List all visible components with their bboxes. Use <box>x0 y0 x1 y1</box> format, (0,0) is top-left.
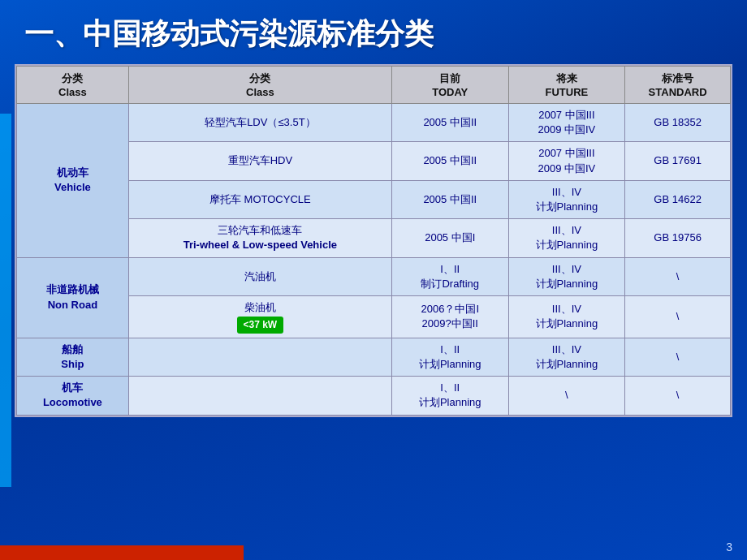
left-accent <box>0 114 11 487</box>
future-triwheel: III、IV计划Planning <box>508 219 625 257</box>
future-hdv: 2007 中国III2009 中国IV <box>508 142 625 180</box>
standard-hdv: GB 17691 <box>625 142 731 180</box>
table-row: 船舶Ship I、II计划Planning III、IV计划Planning \ <box>17 338 731 376</box>
standard-motorcycle: GB 14622 <box>625 180 731 218</box>
standard-triwheel: GB 19756 <box>625 219 731 257</box>
future-ship: III、IV计划Planning <box>508 338 625 376</box>
item-motorcycle: 摩托车 MOTOCYCLE <box>128 180 391 218</box>
today-ldv: 2005 中国II <box>391 104 508 142</box>
today-motorcycle: 2005 中国II <box>391 180 508 218</box>
future-gasoline: III、IV计划Planning <box>508 257 625 295</box>
today-diesel: 2006？中国I2009?中国II <box>391 295 508 338</box>
item-hdv: 重型汽车HDV <box>128 142 391 180</box>
standard-gasoline: \ <box>625 257 731 295</box>
main-table-container: 分类Class 分类Class 目前TODAY 将来FUTURE 标准号STAN… <box>15 64 732 417</box>
item-diesel: 柴油机<37 kW <box>128 295 391 338</box>
today-ship: I、II计划Planning <box>391 338 508 376</box>
category-nonroad: 非道路机械Non Road <box>17 257 129 338</box>
header-col5: 标准号STANDARD <box>625 67 731 104</box>
future-motorcycle: III、IV计划Planning <box>508 180 625 218</box>
today-triwheel: 2005 中国I <box>391 219 508 257</box>
header-col1: 分类Class <box>17 67 129 104</box>
header-col4: 将来FUTURE <box>508 67 625 104</box>
standard-locomotive: \ <box>625 377 731 415</box>
bottom-bar <box>0 545 244 560</box>
standard-diesel: \ <box>625 295 731 338</box>
item-ldv: 轻型汽车LDV（≤3.5T） <box>128 104 391 142</box>
standard-ship: \ <box>625 338 731 376</box>
future-diesel: III、IV计划Planning <box>508 295 625 338</box>
future-locomotive: \ <box>508 377 625 415</box>
item-locomotive <box>128 377 391 415</box>
table-row: 非道路机械Non Road 汽油机 I、II制订Drafting III、IV计… <box>17 257 731 295</box>
item-triwheel: 三轮汽车和低速车Tri-wheel & Low-speed Vehicle <box>128 219 391 257</box>
item-gasoline: 汽油机 <box>128 257 391 295</box>
diesel-badge: <37 kW <box>237 317 284 334</box>
category-vehicle: 机动车Vehicle <box>17 104 129 258</box>
table-row: 机动车Vehicle 轻型汽车LDV（≤3.5T） 2005 中国II 2007… <box>17 104 731 142</box>
category-ship: 船舶Ship <box>17 338 129 376</box>
standards-table: 分类Class 分类Class 目前TODAY 将来FUTURE 标准号STAN… <box>16 66 731 416</box>
item-ship <box>128 338 391 376</box>
header-col3: 目前TODAY <box>391 67 508 104</box>
standard-ldv: GB 18352 <box>625 104 731 142</box>
header-col2: 分类Class <box>128 67 391 104</box>
category-locomotive: 机车Locomotive <box>17 377 129 415</box>
table-row: 机车Locomotive I、II计划Planning \ \ <box>17 377 731 415</box>
today-locomotive: I、II计划Planning <box>391 377 508 415</box>
future-ldv: 2007 中国III2009 中国IV <box>508 104 625 142</box>
page-title: 一、中国移动式污染源标准分类 <box>0 0 747 64</box>
today-gasoline: I、II制订Drafting <box>391 257 508 295</box>
today-hdv: 2005 中国II <box>391 142 508 180</box>
page-number: 3 <box>726 541 732 554</box>
